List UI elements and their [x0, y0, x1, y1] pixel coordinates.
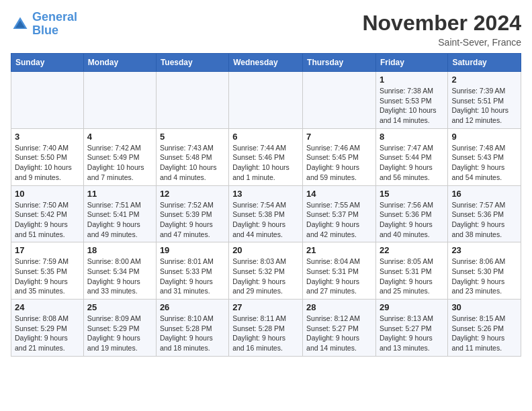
logo-line1: General — [32, 10, 77, 24]
day-info: Sunrise: 8:03 AM Sunset: 5:32 PM Dayligh… — [232, 257, 299, 296]
calendar-day-cell: 30Sunrise: 8:15 AM Sunset: 5:26 PM Dayli… — [448, 300, 521, 357]
day-info: Sunrise: 7:44 AM Sunset: 5:46 PM Dayligh… — [232, 143, 299, 183]
day-info: Sunrise: 7:55 AM Sunset: 5:37 PM Dayligh… — [306, 200, 372, 240]
day-number: 9 — [451, 132, 517, 142]
day-number: 15 — [380, 189, 444, 199]
calendar-day-cell: 7Sunrise: 7:46 AM Sunset: 5:45 PM Daylig… — [303, 128, 376, 185]
calendar-day-cell — [156, 72, 228, 129]
day-number: 26 — [160, 302, 225, 312]
calendar-day-cell: 29Sunrise: 8:13 AM Sunset: 5:27 PM Dayli… — [375, 300, 447, 357]
calendar-week-row: 1Sunrise: 7:38 AM Sunset: 5:53 PM Daylig… — [11, 72, 521, 129]
calendar-day-cell: 4Sunrise: 7:42 AM Sunset: 5:49 PM Daylig… — [83, 128, 156, 185]
day-info: Sunrise: 7:52 AM Sunset: 5:39 PM Dayligh… — [160, 200, 225, 240]
day-number: 29 — [380, 302, 444, 312]
day-number: 23 — [451, 245, 517, 255]
day-info: Sunrise: 7:48 AM Sunset: 5:43 PM Dayligh… — [451, 143, 517, 183]
day-info: Sunrise: 8:12 AM Sunset: 5:27 PM Dayligh… — [306, 314, 372, 353]
calendar-day-cell — [229, 72, 303, 129]
day-number: 8 — [380, 132, 444, 142]
calendar-day-cell: 3Sunrise: 7:40 AM Sunset: 5:50 PM Daylig… — [11, 128, 84, 185]
day-of-week-header: Wednesday — [229, 54, 303, 72]
day-info: Sunrise: 7:42 AM Sunset: 5:49 PM Dayligh… — [87, 143, 152, 183]
calendar-day-cell: 27Sunrise: 8:11 AM Sunset: 5:28 PM Dayli… — [229, 300, 303, 357]
day-info: Sunrise: 7:43 AM Sunset: 5:48 PM Dayligh… — [160, 143, 225, 183]
logo-line2: Blue — [32, 24, 58, 37]
logo-text: General Blue — [32, 11, 77, 38]
calendar-day-cell: 2Sunrise: 7:39 AM Sunset: 5:51 PM Daylig… — [448, 72, 521, 129]
calendar-day-cell: 26Sunrise: 8:10 AM Sunset: 5:28 PM Dayli… — [156, 300, 228, 357]
day-info: Sunrise: 8:04 AM Sunset: 5:31 PM Dayligh… — [306, 257, 372, 296]
calendar-day-cell — [83, 72, 156, 129]
calendar-day-cell: 25Sunrise: 8:09 AM Sunset: 5:29 PM Dayli… — [83, 300, 156, 357]
calendar-week-row: 17Sunrise: 7:59 AM Sunset: 5:35 PM Dayli… — [11, 242, 521, 300]
day-info: Sunrise: 8:06 AM Sunset: 5:30 PM Dayligh… — [451, 257, 517, 296]
day-number: 25 — [87, 302, 152, 312]
calendar-day-cell: 13Sunrise: 7:54 AM Sunset: 5:38 PM Dayli… — [229, 185, 303, 242]
day-number: 13 — [232, 189, 299, 199]
day-number: 20 — [232, 245, 299, 255]
day-number: 14 — [306, 189, 372, 199]
day-number: 22 — [380, 245, 444, 255]
day-info: Sunrise: 8:08 AM Sunset: 5:29 PM Dayligh… — [15, 314, 80, 353]
day-info: Sunrise: 7:51 AM Sunset: 5:41 PM Dayligh… — [87, 200, 152, 240]
day-number: 2 — [451, 75, 517, 85]
day-number: 30 — [451, 302, 517, 312]
calendar-day-cell: 8Sunrise: 7:47 AM Sunset: 5:44 PM Daylig… — [375, 128, 447, 185]
day-of-week-header: Sunday — [11, 54, 84, 72]
day-number: 10 — [15, 189, 80, 199]
calendar-day-cell: 5Sunrise: 7:43 AM Sunset: 5:48 PM Daylig… — [156, 128, 228, 185]
day-number: 1 — [380, 75, 444, 85]
day-number: 5 — [160, 132, 225, 142]
day-info: Sunrise: 8:01 AM Sunset: 5:33 PM Dayligh… — [160, 257, 225, 296]
day-number: 16 — [451, 189, 517, 199]
calendar-day-cell: 28Sunrise: 8:12 AM Sunset: 5:27 PM Dayli… — [303, 300, 376, 357]
day-number: 4 — [87, 132, 152, 142]
calendar-day-cell: 9Sunrise: 7:48 AM Sunset: 5:43 PM Daylig… — [448, 128, 521, 185]
day-of-week-header: Friday — [375, 54, 447, 72]
day-number: 11 — [87, 189, 152, 199]
calendar-day-cell: 1Sunrise: 7:38 AM Sunset: 5:53 PM Daylig… — [375, 72, 447, 129]
calendar-body: 1Sunrise: 7:38 AM Sunset: 5:53 PM Daylig… — [11, 72, 521, 357]
day-info: Sunrise: 7:50 AM Sunset: 5:42 PM Dayligh… — [15, 200, 80, 240]
day-number: 27 — [232, 302, 299, 312]
day-info: Sunrise: 8:15 AM Sunset: 5:26 PM Dayligh… — [451, 314, 517, 353]
day-number: 24 — [15, 302, 80, 312]
calendar-day-cell: 18Sunrise: 8:00 AM Sunset: 5:34 PM Dayli… — [83, 242, 156, 300]
day-of-week-header: Saturday — [448, 54, 521, 72]
day-number: 17 — [15, 245, 80, 255]
day-of-week-header: Tuesday — [156, 54, 228, 72]
day-number: 21 — [306, 245, 372, 255]
day-number: 19 — [160, 245, 225, 255]
day-info: Sunrise: 8:11 AM Sunset: 5:28 PM Dayligh… — [232, 314, 299, 353]
calendar-week-row: 10Sunrise: 7:50 AM Sunset: 5:42 PM Dayli… — [11, 185, 521, 242]
day-info: Sunrise: 7:38 AM Sunset: 5:53 PM Dayligh… — [380, 86, 444, 126]
calendar-day-cell: 12Sunrise: 7:52 AM Sunset: 5:39 PM Dayli… — [156, 185, 228, 242]
calendar-day-cell: 11Sunrise: 7:51 AM Sunset: 5:41 PM Dayli… — [83, 185, 156, 242]
day-number: 12 — [160, 189, 225, 199]
calendar-day-cell: 19Sunrise: 8:01 AM Sunset: 5:33 PM Dayli… — [156, 242, 228, 300]
calendar-day-cell — [303, 72, 376, 129]
calendar-day-cell: 21Sunrise: 8:04 AM Sunset: 5:31 PM Dayli… — [303, 242, 376, 300]
calendar-day-cell: 24Sunrise: 8:08 AM Sunset: 5:29 PM Dayli… — [11, 300, 84, 357]
day-of-week-header: Monday — [83, 54, 156, 72]
location: Saint-Sever, France — [362, 37, 521, 48]
day-number: 18 — [87, 245, 152, 255]
calendar-week-row: 24Sunrise: 8:08 AM Sunset: 5:29 PM Dayli… — [11, 300, 521, 357]
day-info: Sunrise: 7:47 AM Sunset: 5:44 PM Dayligh… — [380, 143, 444, 183]
calendar-day-cell: 23Sunrise: 8:06 AM Sunset: 5:30 PM Dayli… — [448, 242, 521, 300]
day-info: Sunrise: 7:39 AM Sunset: 5:51 PM Dayligh… — [451, 86, 517, 126]
calendar-day-cell: 6Sunrise: 7:44 AM Sunset: 5:46 PM Daylig… — [229, 128, 303, 185]
calendar-day-cell: 16Sunrise: 7:57 AM Sunset: 5:36 PM Dayli… — [448, 185, 521, 242]
day-info: Sunrise: 7:59 AM Sunset: 5:35 PM Dayligh… — [15, 257, 80, 296]
day-number: 7 — [306, 132, 372, 142]
day-info: Sunrise: 7:40 AM Sunset: 5:50 PM Dayligh… — [15, 143, 80, 183]
calendar-day-cell: 15Sunrise: 7:56 AM Sunset: 5:36 PM Dayli… — [375, 185, 447, 242]
day-info: Sunrise: 7:54 AM Sunset: 5:38 PM Dayligh… — [232, 200, 299, 240]
calendar-header-row: SundayMondayTuesdayWednesdayThursdayFrid… — [11, 54, 521, 72]
day-info: Sunrise: 8:00 AM Sunset: 5:34 PM Dayligh… — [87, 257, 152, 296]
day-of-week-header: Thursday — [303, 54, 376, 72]
calendar-day-cell: 20Sunrise: 8:03 AM Sunset: 5:32 PM Dayli… — [229, 242, 303, 300]
calendar-week-row: 3Sunrise: 7:40 AM Sunset: 5:50 PM Daylig… — [11, 128, 521, 185]
calendar-table: SundayMondayTuesdayWednesdayThursdayFrid… — [11, 53, 521, 357]
logo-icon — [11, 15, 30, 34]
